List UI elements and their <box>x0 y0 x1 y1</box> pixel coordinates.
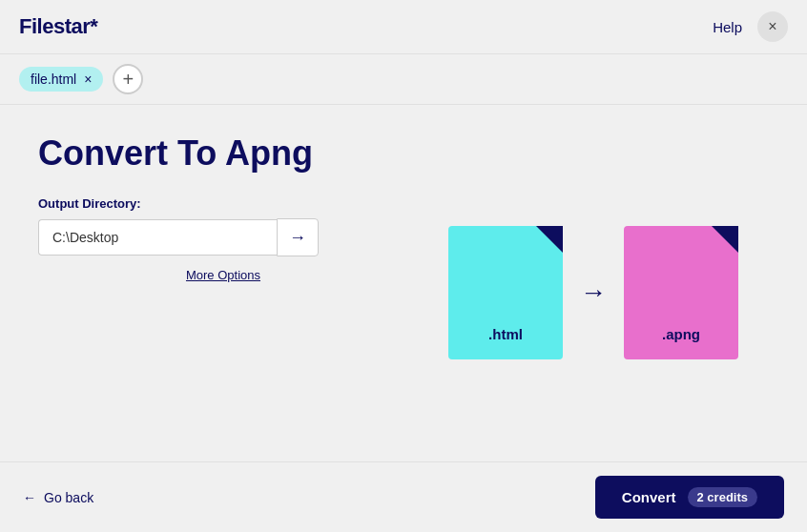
convert-button[interactable]: Convert 2 credits <box>595 476 784 519</box>
arrow-right-icon: → <box>289 228 306 248</box>
convert-label: Convert <box>622 489 676 505</box>
output-directory-label: Output Directory: <box>38 196 408 211</box>
app-logo: Filestar* <box>19 14 97 39</box>
source-file-corner <box>536 226 563 253</box>
page-title: Convert To Apng <box>38 133 408 174</box>
file-tag-remove[interactable]: × <box>84 72 92 86</box>
file-tag-label: file.html <box>31 72 76 87</box>
go-back-arrow-icon: ← <box>23 490 36 505</box>
output-row: → <box>38 218 408 256</box>
conversion-visual: .html → .apng <box>448 226 738 359</box>
go-back-label: Go back <box>44 490 93 505</box>
output-directory-input[interactable] <box>38 219 277 256</box>
close-button[interactable]: × <box>757 11 788 42</box>
target-file-corner <box>712 226 738 253</box>
add-file-button[interactable]: + <box>113 64 143 94</box>
target-file-card: .apng <box>624 226 738 359</box>
go-back-button[interactable]: ← Go back <box>23 490 93 505</box>
help-link[interactable]: Help <box>713 19 742 35</box>
arrow-icon: → <box>580 277 607 308</box>
file-tag: file.html × <box>19 67 103 92</box>
source-file-ext: .html <box>488 326 523 342</box>
tag-bar: file.html × + <box>0 54 807 105</box>
conversion-arrow: → <box>572 277 614 308</box>
left-panel: Convert To Apng Output Directory: → More… <box>38 133 408 442</box>
target-file-ext: .apng <box>662 326 700 342</box>
footer: ← Go back Convert 2 credits <box>0 461 807 532</box>
header: Filestar* Help × <box>0 0 807 54</box>
main-content: Convert To Apng Output Directory: → More… <box>0 105 807 461</box>
source-file-card: .html <box>448 226 563 359</box>
credits-badge: 2 credits <box>688 487 757 507</box>
right-panel: .html → .apng <box>408 133 778 442</box>
more-options-button[interactable]: More Options <box>38 268 408 282</box>
header-right: Help × <box>713 11 788 42</box>
browse-directory-button[interactable]: → <box>277 218 319 256</box>
